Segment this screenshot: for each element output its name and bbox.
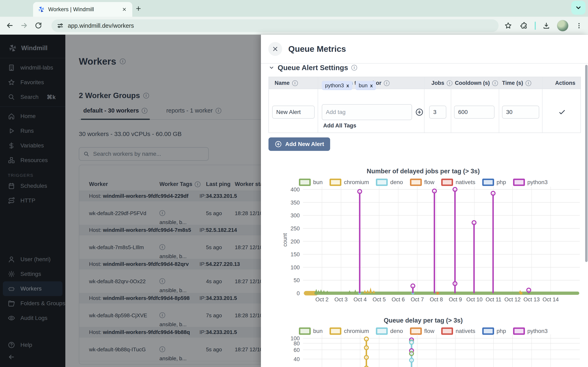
- legend-swatch: [329, 327, 341, 335]
- menu-kebab-icon[interactable]: [574, 20, 584, 31]
- svg-text:Oct 13: Oct 13: [523, 296, 540, 303]
- site-settings-icon[interactable]: [57, 22, 64, 29]
- drawer-title: Queue Metrics: [288, 44, 346, 54]
- add-new-alert-label: Add New Alert: [285, 141, 324, 147]
- alert-name-input[interactable]: [272, 106, 315, 119]
- add-tag-input[interactable]: [322, 104, 412, 120]
- svg-text:350: 350: [291, 200, 300, 206]
- windmill-favicon-icon: [38, 6, 45, 13]
- legend-swatch: [376, 327, 388, 335]
- svg-text:200: 200: [291, 239, 300, 245]
- svg-text:100: 100: [291, 264, 300, 271]
- legend-swatch: [482, 327, 494, 335]
- alert-column-header: Name: [275, 80, 298, 86]
- info-icon[interactable]: [492, 80, 498, 86]
- queue-alert-settings-toggle[interactable]: Queue Alert Settings: [269, 64, 357, 72]
- svg-text:40: 40: [294, 356, 300, 362]
- legend-label: nativets: [456, 328, 475, 334]
- remove-tag-icon[interactable]: x: [346, 83, 349, 89]
- svg-text:Oct 2: Oct 2: [315, 296, 329, 303]
- url-text: app.windmill.dev/workers: [68, 22, 134, 29]
- info-icon[interactable]: [526, 80, 531, 86]
- svg-text:Oct 10: Oct 10: [466, 296, 483, 303]
- add-tag-plus-icon[interactable]: [415, 108, 424, 117]
- info-icon[interactable]: [292, 80, 298, 86]
- legend-swatch: [441, 327, 453, 335]
- add-all-tags-link[interactable]: Add All Tags: [323, 123, 356, 129]
- info-icon[interactable]: [351, 65, 357, 71]
- alert-column-header: Actions: [555, 80, 575, 86]
- legend-php[interactable]: php: [482, 327, 506, 335]
- svg-text:Oct 6: Oct 6: [392, 296, 405, 303]
- legend-swatch: [299, 327, 311, 335]
- svg-text:80: 80: [294, 341, 300, 347]
- bookmark-star-icon[interactable]: [503, 20, 513, 31]
- svg-text:300: 300: [291, 212, 300, 218]
- alert-settings-table: NameQueue Tags to MonitorJobsCooldown (s…: [268, 77, 581, 133]
- forward-icon[interactable]: [19, 20, 29, 31]
- cooldown-input[interactable]: [454, 106, 494, 119]
- legend-label: chromium: [344, 328, 369, 334]
- svg-text:Oct 8: Oct 8: [430, 296, 443, 303]
- column-divider: [318, 77, 318, 133]
- chart-queue-delay-legend: bunchromiumdenoflownativetsphppython3: [261, 327, 586, 335]
- svg-text:250: 250: [291, 225, 300, 232]
- browser-toolbar: app.windmill.dev/workers: [0, 17, 588, 35]
- chart-delayed-jobs-title: Number of delayed jobs per tag (> 3s): [261, 167, 586, 175]
- legend-chromium[interactable]: chromium: [329, 327, 369, 335]
- remove-tag-icon[interactable]: x: [370, 83, 373, 89]
- svg-text:Oct 9: Oct 9: [449, 296, 462, 303]
- section-title: Queue Alert Settings: [278, 64, 348, 72]
- svg-text:0: 0: [297, 290, 300, 296]
- legend-nativets[interactable]: nativets: [441, 327, 475, 335]
- column-divider: [499, 77, 499, 133]
- time-input[interactable]: [502, 106, 539, 119]
- legend-python3[interactable]: python3: [513, 327, 548, 335]
- alert-table-header: NameQueue Tags to MonitorJobsCooldown (s…: [269, 77, 580, 89]
- tab-close-icon[interactable]: [121, 6, 128, 13]
- queue-metrics-drawer: Queue Metrics Queue Alert Settings NameQ…: [261, 35, 588, 367]
- extensions-icon[interactable]: [519, 20, 529, 31]
- chart-queue-delay-title: Queue delay per tag (> 3s): [261, 317, 586, 324]
- drawer-header: Queue Metrics: [261, 35, 588, 64]
- confirm-check-icon[interactable]: [558, 108, 566, 116]
- legend-label: flow: [424, 328, 434, 334]
- chart-queue-delay: 100806040: [261, 334, 588, 367]
- jobs-input[interactable]: [429, 106, 446, 119]
- tab-search-chevron-icon[interactable]: [571, 1, 586, 15]
- svg-text:Oct 12: Oct 12: [504, 296, 521, 303]
- new-tab-icon[interactable]: [134, 4, 143, 13]
- close-icon[interactable]: [268, 42, 282, 56]
- legend-bun[interactable]: bun: [299, 327, 323, 335]
- downloads-icon[interactable]: [541, 20, 552, 31]
- column-divider: [424, 77, 424, 133]
- drawer-scrollbar[interactable]: [585, 65, 588, 262]
- url-bar[interactable]: app.windmill.dev/workers: [52, 19, 499, 32]
- chart-delayed-jobs: 050100150200250300350400Oct 2Oct 3Oct 4O…: [261, 184, 588, 307]
- column-divider: [451, 77, 451, 133]
- svg-text:Oct 5: Oct 5: [373, 296, 386, 303]
- svg-text:Oct 11: Oct 11: [485, 296, 502, 303]
- add-new-alert-button[interactable]: Add New Alert: [268, 137, 330, 151]
- legend-label: python3: [527, 328, 548, 334]
- tag-pill-python3: python3 x: [322, 81, 352, 90]
- tab-title: Workers | Windmill: [48, 6, 118, 13]
- legend-flow[interactable]: flow: [410, 327, 434, 335]
- legend-deno[interactable]: deno: [376, 327, 403, 335]
- chevron-down-icon: [269, 65, 274, 71]
- legend-label: php: [497, 328, 506, 334]
- column-divider: [542, 77, 543, 133]
- legend-swatch: [513, 327, 525, 335]
- modal-overlay[interactable]: [0, 35, 261, 367]
- reload-icon[interactable]: [33, 20, 44, 31]
- alert-column-header: Cooldown (s): [455, 80, 498, 86]
- info-icon[interactable]: [447, 80, 452, 86]
- svg-text:150: 150: [291, 251, 300, 258]
- browser-tab[interactable]: Workers | Windmill: [33, 2, 132, 17]
- back-icon[interactable]: [4, 20, 15, 31]
- svg-text:400: 400: [291, 187, 300, 193]
- svg-text:Oct 7: Oct 7: [411, 296, 424, 303]
- profile-avatar[interactable]: [557, 20, 568, 31]
- info-icon[interactable]: [384, 80, 389, 86]
- svg-text:Oct 3: Oct 3: [334, 296, 348, 303]
